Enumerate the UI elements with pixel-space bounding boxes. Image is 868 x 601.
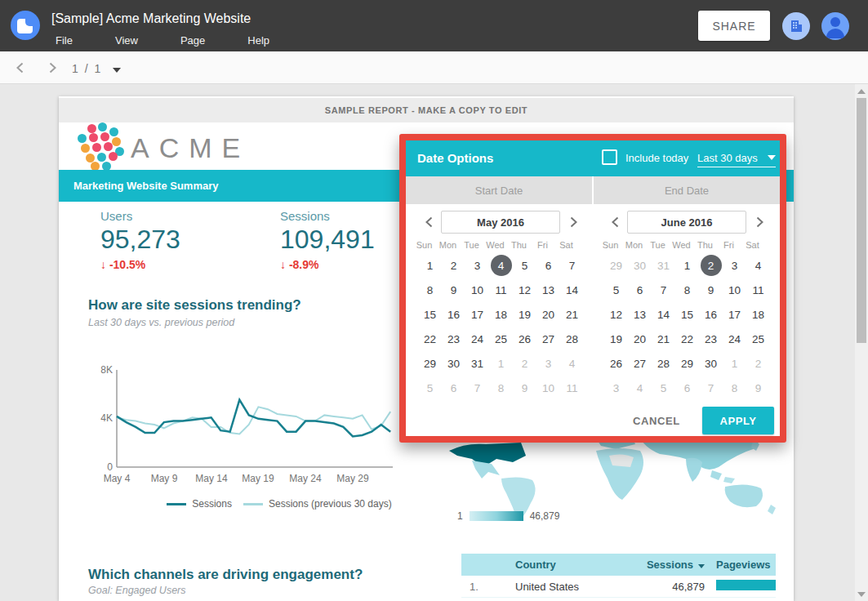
organization-button[interactable] [782,12,810,40]
calendar-day[interactable]: 3 [465,253,489,278]
calendar-day[interactable]: 15 [675,302,699,327]
calendar-day[interactable]: 6 [442,376,465,400]
page-list-caret-icon[interactable] [113,68,121,73]
calendar-day[interactable]: 5 [418,376,442,400]
calendar-day[interactable]: 23 [699,327,723,351]
calendar-day[interactable]: 8 [723,376,746,400]
calendar-day[interactable]: 19 [513,302,536,327]
table-header-sessions[interactable]: Sessions [623,559,705,571]
calendar-day[interactable]: 30 [442,351,465,376]
calendar-day[interactable]: 8 [489,376,513,400]
calendar-next-month-icon[interactable] [566,215,581,229]
calendar-day[interactable]: 10 [536,376,560,400]
table-header-country[interactable]: Country [492,559,623,571]
share-button[interactable]: SHARE [698,11,770,41]
calendar-day[interactable]: 9 [746,376,770,400]
calendar-day[interactable]: 19 [604,327,628,351]
calendar-day[interactable]: 11 [489,278,513,302]
calendar-day[interactable]: 1 [489,351,513,376]
page-indicator[interactable]: 1 / 1 [72,62,102,75]
tab-end-date[interactable]: End Date [594,176,780,204]
calendar-day[interactable]: 28 [652,351,675,376]
calendar-day-selected[interactable]: 2 [699,253,723,278]
apply-button[interactable]: APPLY [702,407,774,434]
calendar-day[interactable]: 31 [465,351,489,376]
menu-file[interactable]: File [46,33,82,48]
next-page-chevron-icon[interactable] [45,60,60,75]
scroll-up-arrow-icon[interactable] [857,89,866,94]
calendar-day[interactable]: 30 [628,253,652,278]
country-sessions-table[interactable]: Country Sessions Pageviews 1. United Sta… [461,554,776,598]
calendar-day[interactable]: 4 [560,351,584,376]
calendar-day[interactable]: 10 [465,278,489,302]
month-label[interactable]: May 2016 [441,211,560,234]
menu-page[interactable]: Page [171,33,215,48]
calendar-day[interactable]: 22 [675,327,699,351]
calendar-day[interactable]: 16 [442,302,465,327]
cancel-button[interactable]: CANCEL [633,415,680,427]
calendar-day[interactable]: 6 [536,253,560,278]
include-today-label[interactable]: Include today [625,152,688,164]
scroll-down-arrow-icon[interactable] [857,592,866,597]
calendar-day[interactable]: 18 [746,302,770,327]
calendar-day[interactable]: 7 [465,376,489,400]
calendar-day[interactable]: 17 [723,302,746,327]
vertical-scrollbar[interactable] [855,84,868,601]
tab-start-date[interactable]: Start Date [406,176,592,204]
menu-view[interactable]: View [105,33,148,48]
calendar-day[interactable]: 3 [536,351,560,376]
calendar-day[interactable]: 26 [604,351,628,376]
month-label[interactable]: June 2016 [627,211,746,234]
table-header-pageviews[interactable]: Pageviews [705,559,776,571]
calendar-day[interactable]: 5 [604,278,628,302]
calendar-day[interactable]: 9 [699,278,723,302]
calendar-day[interactable]: 22 [418,327,442,351]
include-today-checkbox[interactable] [602,149,617,165]
calendar-day[interactable]: 6 [675,376,699,400]
calendar-prev-month-icon[interactable] [422,215,437,229]
calendar-day[interactable]: 16 [699,302,723,327]
calendar-day[interactable]: 5 [513,253,536,278]
previous-page-chevron-icon[interactable] [13,60,28,75]
calendar-day-selected[interactable]: 4 [489,253,513,278]
calendar-day[interactable]: 29 [418,351,442,376]
calendar-day[interactable]: 14 [652,302,675,327]
calendar-day[interactable]: 3 [604,376,628,400]
calendar-day[interactable]: 11 [746,278,770,302]
calendar-day[interactable]: 12 [513,278,536,302]
calendar-day[interactable]: 9 [513,376,536,400]
calendar-day[interactable]: 21 [560,302,584,327]
calendar-day[interactable]: 7 [560,253,584,278]
calendar-day[interactable]: 21 [652,327,675,351]
calendar-day[interactable]: 1 [723,351,746,376]
calendar-day[interactable]: 30 [699,351,723,376]
data-studio-logo-icon[interactable] [11,11,40,40]
calendar-day[interactable]: 3 [723,253,746,278]
calendar-day[interactable]: 1 [418,253,442,278]
calendar-day[interactable]: 13 [628,302,652,327]
document-title[interactable]: [Sample] Acme Marketing Website [51,11,251,26]
calendar-day[interactable]: 18 [489,302,513,327]
calendar-day[interactable]: 8 [418,278,442,302]
calendar-day[interactable]: 12 [604,302,628,327]
avatar[interactable] [821,12,849,40]
calendar-day[interactable]: 25 [746,327,770,351]
calendar-next-month-icon[interactable] [752,215,767,229]
calendar-day[interactable]: 23 [442,327,465,351]
calendar-day[interactable]: 5 [652,376,675,400]
calendar-day[interactable]: 7 [699,376,723,400]
calendar-day[interactable]: 27 [628,351,652,376]
calendar-day[interactable]: 20 [628,327,652,351]
calendar-day[interactable]: 2 [442,253,465,278]
calendar-day[interactable]: 29 [675,351,699,376]
calendar-day[interactable]: 2 [746,351,770,376]
calendar-day[interactable]: 26 [513,327,536,351]
calendar-day[interactable]: 9 [442,278,465,302]
calendar-day[interactable]: 28 [560,327,584,351]
calendar-day[interactable]: 14 [560,278,584,302]
calendar-day[interactable]: 24 [723,327,746,351]
calendar-day[interactable]: 10 [723,278,746,302]
sessions-line-chart[interactable] [102,363,400,490]
calendar-day[interactable]: 6 [628,278,652,302]
calendar-day[interactable]: 11 [560,376,584,400]
